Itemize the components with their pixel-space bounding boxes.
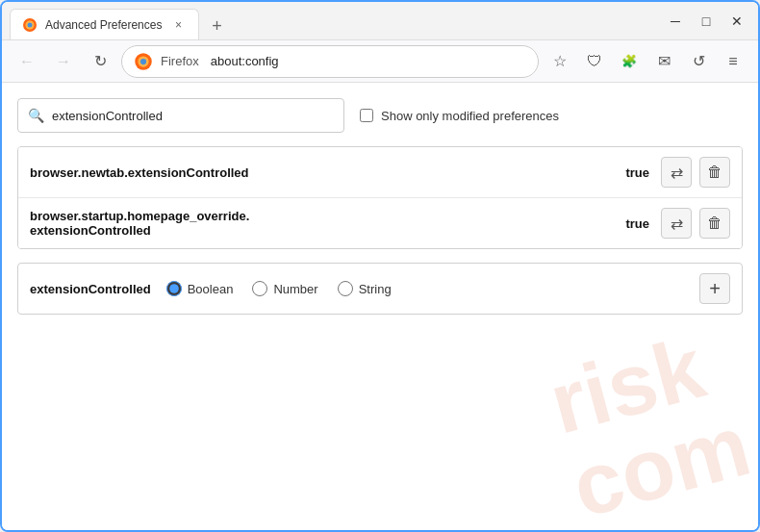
address-text: about:config [211, 54, 279, 68]
new-preference-row: extensionControlled Boolean Number Strin… [17, 263, 743, 315]
delete-icon: 🗑 [707, 164, 722, 181]
radio-string-input[interactable] [338, 281, 353, 296]
new-tab-button[interactable]: + [203, 13, 230, 39]
radio-boolean-label: Boolean [188, 282, 234, 296]
toggle-button-2[interactable]: ⇄ [661, 208, 692, 239]
add-button[interactable]: + [699, 273, 730, 304]
extension-button[interactable]: 🧩 [614, 46, 645, 77]
extension-icon: 🧩 [621, 54, 637, 68]
search-input[interactable] [52, 109, 334, 123]
page-content: risk com 🔍 Show only modified preference… [2, 83, 758, 530]
radio-number-input[interactable] [252, 281, 267, 296]
toggle-icon: ⇄ [671, 215, 683, 233]
minimize-button[interactable]: ─ [662, 8, 689, 35]
shield-button[interactable]: 🛡 [579, 46, 610, 77]
tab-area: Advanced Preferences × + [10, 2, 654, 39]
mail-button[interactable]: ✉ [648, 46, 679, 77]
pref-value-1: true [614, 165, 649, 180]
delete-icon: 🗑 [707, 215, 722, 232]
pref-actions-2: ⇄ 🗑 [661, 208, 730, 239]
search-container[interactable]: 🔍 [17, 98, 344, 133]
table-row: browser.startup.homepage_override.extens… [18, 198, 742, 248]
nav-icons: ☆ 🛡 🧩 ✉ ↺ ≡ [545, 46, 748, 77]
radio-number-label: Number [273, 282, 317, 296]
svg-point-2 [28, 22, 33, 27]
watermark-line1: risk [542, 317, 736, 447]
radio-boolean[interactable]: Boolean [166, 281, 234, 296]
radio-number[interactable]: Number [252, 281, 317, 296]
maximize-button[interactable]: □ [693, 8, 720, 35]
watermark-line2: com [564, 401, 758, 530]
address-bar[interactable]: Firefox about:config [121, 45, 539, 78]
toggle-icon: ⇄ [671, 164, 683, 182]
watermark: risk com [542, 317, 758, 530]
modified-only-label: Show only modified preferences [381, 109, 559, 123]
type-radio-group: Boolean Number String [166, 281, 684, 296]
tab-title: Advanced Preferences [45, 18, 162, 32]
add-icon: + [709, 278, 721, 300]
back-icon: ← [19, 53, 35, 70]
browser-window: Advanced Preferences × + ─ □ ✕ ← → ↻ [0, 0, 760, 532]
table-row: browser.newtab.extensionControlled true … [18, 147, 742, 198]
shield-icon: 🛡 [587, 53, 602, 70]
tab-close-button[interactable]: × [169, 16, 187, 34]
forward-icon: → [56, 53, 71, 70]
svg-point-5 [140, 58, 146, 63]
browser-label: Firefox [161, 54, 199, 68]
active-tab[interactable]: Advanced Preferences × [10, 9, 199, 39]
bookmark-icon: ☆ [553, 52, 567, 70]
pref-name-2: browser.startup.homepage_override.extens… [30, 209, 614, 238]
reload-button[interactable]: ↻ [85, 46, 115, 77]
radio-string[interactable]: String [338, 281, 392, 296]
sync-button[interactable]: ↺ [683, 46, 714, 77]
modified-only-checkbox-row[interactable]: Show only modified preferences [360, 109, 559, 123]
pref-actions-1: ⇄ 🗑 [661, 157, 730, 188]
new-pref-name: extensionControlled [30, 282, 151, 296]
title-bar: Advanced Preferences × + ─ □ ✕ [2, 2, 758, 40]
preferences-table: browser.newtab.extensionControlled true … [17, 146, 743, 249]
reload-icon: ↻ [94, 52, 107, 70]
forward-button[interactable]: → [48, 46, 79, 77]
radio-boolean-input[interactable] [166, 281, 182, 296]
bookmark-button[interactable]: ☆ [545, 46, 575, 77]
delete-button-1[interactable]: 🗑 [699, 157, 730, 188]
pref-value-2: true [614, 216, 649, 231]
search-row: 🔍 Show only modified preferences [17, 98, 743, 133]
tab-favicon [22, 17, 38, 33]
nav-bar: ← → ↻ Firefox about:config ☆ 🛡 [2, 40, 758, 83]
modified-only-checkbox[interactable] [360, 109, 373, 122]
pref-name-1: browser.newtab.extensionControlled [30, 165, 614, 180]
menu-icon: ≡ [728, 53, 737, 70]
toggle-button-1[interactable]: ⇄ [661, 157, 692, 188]
sync-icon: ↺ [693, 52, 705, 70]
close-button[interactable]: ✕ [723, 8, 750, 35]
firefox-logo-icon [134, 52, 153, 71]
window-controls: ─ □ ✕ [662, 8, 750, 35]
delete-button-2[interactable]: 🗑 [699, 208, 730, 239]
mail-icon: ✉ [658, 52, 671, 70]
radio-string-label: String [359, 282, 392, 296]
back-button[interactable]: ← [12, 46, 42, 77]
menu-button[interactable]: ≡ [718, 46, 748, 77]
search-icon: 🔍 [28, 108, 44, 123]
